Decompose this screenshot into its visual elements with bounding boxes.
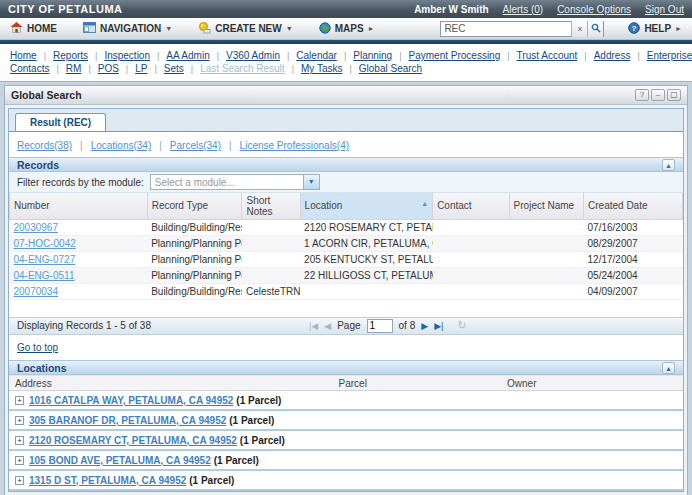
global-search-input[interactable] [441, 22, 571, 36]
location-address-link[interactable]: 1016 CATALPA WAY, PETALUMA, CA 94952 [29, 395, 233, 406]
col-owner[interactable]: Owner [501, 378, 683, 389]
record-row: 04-ENG-0727 Planning/Planning Permit/ENG… [10, 251, 683, 267]
record-number-link[interactable]: 20070034 [14, 286, 59, 297]
expand-icon[interactable]: + [15, 476, 24, 485]
parcel-count: (1 Parcel) [236, 395, 281, 406]
module-filter-select[interactable]: Select a module... ▼ [150, 174, 320, 190]
menu-my-tasks[interactable]: My Tasks [301, 63, 343, 74]
module-filter-value: Select a module... [151, 177, 303, 188]
col-contact[interactable]: Contact [433, 193, 509, 220]
menu-reports[interactable]: Reports [53, 50, 88, 61]
expand-icon[interactable]: + [15, 416, 24, 425]
last-page-button[interactable]: ▶| [434, 321, 443, 331]
location-address-link[interactable]: 105 BOND AVE, PETALUMA, CA 94952 [29, 455, 211, 466]
menu-global-search[interactable]: Global Search [359, 63, 422, 74]
create-new-button[interactable]: CREATE NEW ▼ [198, 22, 292, 36]
panel-minimize-button[interactable]: – [651, 89, 665, 101]
menu-contacts[interactable]: Contacts [10, 63, 49, 74]
menu-v360-admin[interactable]: V360 Admin [226, 50, 280, 61]
create-new-label: CREATE NEW [215, 23, 281, 34]
menu-inspection[interactable]: Inspection [104, 50, 150, 61]
menu-rm[interactable]: RM [66, 63, 82, 74]
alerts-link[interactable]: Alerts (0) [503, 4, 544, 15]
global-search-box: × [440, 21, 604, 37]
location-address-link[interactable]: 305 BARANOF DR, PETALUMA, CA 94952 [29, 415, 226, 426]
col-parcel[interactable]: Parcel [333, 378, 502, 389]
menu-trust-account[interactable]: Trust Account [517, 50, 578, 61]
expand-icon[interactable]: + [15, 456, 24, 465]
panel-help-button[interactable]: ? [635, 89, 649, 101]
refresh-icon[interactable]: ↻ [457, 319, 466, 332]
col-created-date[interactable]: Created Date [584, 193, 683, 220]
menu-calendar[interactable]: Calendar [296, 50, 337, 61]
location-address-link[interactable]: 1315 D ST, PETALUMA, CA 94952 [29, 475, 186, 486]
records-count-link[interactable]: Records(38) [17, 140, 72, 151]
parcels-count-link[interactable]: Parcels(34) [170, 140, 221, 151]
home-icon [10, 22, 23, 35]
records-collapse-button[interactable]: ▲ [662, 159, 675, 171]
next-page-button[interactable]: ▶ [421, 321, 428, 331]
navigation-caret-icon: ▼ [165, 25, 172, 32]
prev-page-button[interactable]: ◀ [324, 321, 331, 331]
locations-header-row: Address Parcel Owner [9, 375, 683, 391]
menu-address[interactable]: Address [594, 50, 631, 61]
console-options-link[interactable]: Console Options [557, 4, 631, 15]
navigation-label: NAVIGATION [100, 23, 161, 34]
page-label: Page [337, 320, 360, 331]
menu-last-search-result[interactable]: Last Search Result [200, 63, 285, 74]
menu-home[interactable]: Home [10, 50, 37, 61]
menu-sets[interactable]: Sets [164, 63, 184, 74]
parcel-count: (1 Parcel) [214, 455, 259, 466]
search-submit-button[interactable] [587, 21, 603, 37]
expand-icon[interactable]: + [15, 396, 24, 405]
col-project-name[interactable]: Project Name [509, 193, 583, 220]
menu-aa-admin[interactable]: AA Admin [166, 50, 209, 61]
menu-lp[interactable]: LP [135, 63, 147, 74]
location-row: + 1315 D ST, PETALUMA, CA 94952 (1 Parce… [9, 471, 683, 491]
records-section-header: Records ▲ [9, 157, 683, 172]
help-icon: ? [628, 22, 640, 36]
parcel-count: (1 Parcel) [189, 475, 234, 486]
home-button[interactable]: HOME [10, 22, 57, 35]
maps-button[interactable]: MAPS ► [319, 22, 375, 36]
magnifier-icon [591, 23, 601, 35]
menu-enterprise-view[interactable]: Enterprise View [647, 50, 692, 61]
parcel-count: (1 Parcel) [240, 435, 285, 446]
navigation-button[interactable]: NAVIGATION ▼ [83, 22, 172, 35]
search-clear-button[interactable]: × [571, 21, 587, 37]
tab-result-rec[interactable]: Result (REC) [15, 113, 106, 131]
page-number-input[interactable] [367, 319, 393, 333]
menu-pos[interactable]: POS [98, 63, 119, 74]
panel-titlebar: Global Search ? – ▢ [5, 86, 687, 105]
location-address-link[interactable]: 2120 ROSEMARY CT, PETALUMA, CA 94952 [29, 435, 237, 446]
svg-text:?: ? [632, 23, 637, 32]
record-number-link[interactable]: 04-ENG-0511 [14, 270, 75, 281]
record-number-link[interactable]: 20030967 [14, 222, 59, 233]
panel-body: Result (REC) Records(38)| Locations(34)|… [8, 108, 684, 492]
records-section-title: Records [17, 159, 59, 171]
menu-planning[interactable]: Planning [353, 50, 392, 61]
col-location[interactable]: Location▲ [300, 193, 433, 220]
record-number-link[interactable]: 04-ENG-0727 [14, 254, 76, 265]
license-professionals-count-link[interactable]: License Professionals(4) [240, 140, 350, 151]
sign-out-link[interactable]: Sign Out [645, 4, 684, 15]
help-button[interactable]: ? HELP ► [628, 22, 682, 36]
records-displaying-text: Displaying Records 1 - 5 of 38 [17, 320, 151, 331]
record-number-link[interactable]: 07-HOC-0042 [14, 238, 76, 249]
menu-payment-processing[interactable]: Payment Processing [409, 50, 501, 61]
col-short-notes[interactable]: Short Notes [242, 193, 300, 220]
panel-close-button[interactable]: ▢ [667, 89, 681, 101]
expand-icon[interactable]: + [15, 436, 24, 445]
go-to-top-link[interactable]: Go to top [17, 342, 58, 353]
col-record-type[interactable]: Record Type [147, 193, 242, 220]
app-header: CITY OF PETALUMA Amber W Smith Alerts (0… [0, 0, 692, 18]
location-row: + 1016 CATALPA WAY, PETALUMA, CA 94952 (… [9, 391, 683, 411]
result-summary-links: Records(38)| Locations(34)| Parcels(34)|… [9, 132, 683, 157]
col-number[interactable]: Number [10, 193, 148, 220]
records-filter-row: Filter records by the module: Select a m… [9, 172, 683, 193]
col-address[interactable]: Address [9, 378, 333, 389]
locations-collapse-button[interactable]: ▲ [662, 362, 675, 374]
locations-count-link[interactable]: Locations(34) [91, 140, 152, 151]
global-search-panel: Global Search ? – ▢ Result (REC) Records… [4, 85, 688, 495]
first-page-button[interactable]: |◀ [309, 321, 318, 331]
